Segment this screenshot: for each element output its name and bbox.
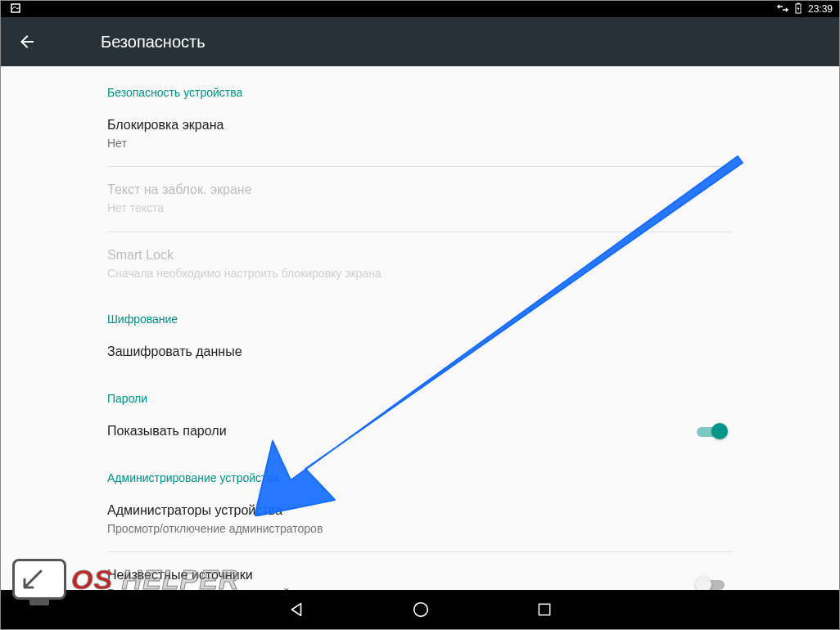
item-title: Smart Lock (107, 247, 733, 264)
item-screen-lock[interactable]: Блокировка экрана Нет (107, 106, 733, 163)
item-subtitle: Нет текста (107, 200, 733, 217)
divider (107, 232, 733, 232)
status-time: 23:39 (808, 3, 833, 15)
watermark-text: OS HELPER (71, 564, 239, 596)
item-device-admins[interactable]: Администраторы устройства Просмотр/отклю… (107, 491, 733, 548)
svg-point-3 (414, 603, 428, 617)
nav-home-icon[interactable] (412, 601, 430, 619)
battery-charging-icon (795, 2, 802, 16)
section-header-device-security: Безопасность устройства (107, 66, 733, 106)
app-bar: Безопасность (1, 17, 839, 66)
watermark-os: OS (71, 564, 113, 595)
item-subtitle: Сначала необходимо настроить блокировку … (107, 266, 733, 282)
watermark-oshelper: OS HELPER (12, 559, 239, 600)
nav-back-icon[interactable] (287, 601, 305, 619)
item-show-passwords[interactable]: Показывать пароли (107, 412, 733, 452)
screenshot-icon (7, 3, 20, 16)
divider (107, 166, 733, 167)
toggle-show-passwords[interactable] (697, 423, 726, 439)
item-title: Показывать пароли (107, 423, 697, 440)
item-title: Текст на заблок. экране (107, 182, 733, 199)
item-subtitle: Просмотр/отключение администраторов (107, 521, 733, 538)
nav-recent-icon[interactable] (536, 601, 553, 618)
back-arrow-icon[interactable] (17, 32, 37, 52)
section-header-encryption: Шифрование (107, 293, 733, 332)
item-title: Администраторы устройства (107, 502, 733, 520)
watermark-helper: HELPER (113, 564, 239, 595)
settings-content: Безопасность устройства Блокировка экран… (1, 66, 839, 592)
section-header-device-admin: Администрирование устройства (107, 452, 733, 491)
item-encrypt-data[interactable]: Зашифровать данные (107, 332, 733, 372)
divider (107, 551, 733, 552)
data-transfer-icon (777, 3, 788, 16)
section-header-passwords: Пароли (107, 372, 733, 412)
page-title: Безопасность (101, 33, 205, 52)
item-subtitle: Нет (107, 136, 733, 152)
svg-rect-4 (539, 604, 549, 614)
monitor-icon (12, 559, 66, 600)
item-smart-lock: Smart Lock Сначала необходимо настроить … (107, 236, 733, 293)
status-bar: 23:39 (1, 1, 839, 17)
svg-rect-2 (797, 2, 799, 4)
item-title: Блокировка экрана (107, 117, 733, 134)
item-lock-screen-text: Текст на заблок. экране Нет текста (107, 170, 733, 227)
item-title: Зашифровать данные (107, 344, 733, 361)
